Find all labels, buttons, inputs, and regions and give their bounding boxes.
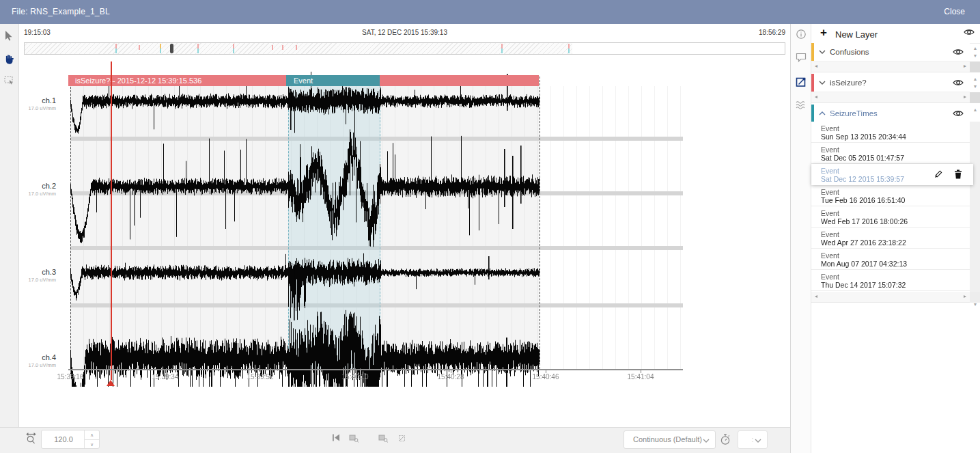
bottom-toolbar: 120.0 ∧ ∨ Continuous (Default) : xyxy=(0,427,790,453)
new-layer-label: New Layer xyxy=(835,29,878,40)
event-list-item[interactable]: EventSat Dec 12 2015 15:39:57 xyxy=(811,164,973,185)
event-list-item[interactable]: EventThu Dec 14 2017 15:07:32 xyxy=(811,270,970,291)
playhead-marker[interactable] xyxy=(107,380,115,386)
scroll-down-icon[interactable]: ▼ xyxy=(970,52,980,60)
scroll-up-icon[interactable]: ▲ xyxy=(970,106,980,114)
overview-bar[interactable] xyxy=(24,42,785,55)
overview-position-handle[interactable] xyxy=(170,44,173,53)
chevron-down-icon xyxy=(755,439,761,443)
scroll-right-icon[interactable]: ▸ xyxy=(964,94,966,100)
window-width-value[interactable]: 120.0 xyxy=(42,435,85,443)
overview-event-tick xyxy=(160,44,161,53)
skip-to-start-icon[interactable] xyxy=(332,434,340,441)
overview-event-tick xyxy=(282,44,283,55)
stopwatch-icon[interactable] xyxy=(720,433,731,445)
chevron-down-icon[interactable] xyxy=(819,50,826,54)
display-mode-value: Continuous (Default) xyxy=(633,435,702,443)
scroll-right-icon[interactable]: ▸ xyxy=(964,293,966,299)
overview-event-tick xyxy=(139,44,140,55)
overview-event-tick xyxy=(272,44,273,55)
scroll-right-icon[interactable]: ▸ xyxy=(964,63,966,69)
axis-tick-label: 15:39:52 xyxy=(247,373,274,381)
layer-hscrollbar[interactable]: ◂ ▸ xyxy=(811,92,970,103)
event-list-item[interactable]: EventSun Sep 13 2015 20:34:44 xyxy=(811,122,970,143)
event-list-item[interactable]: EventMon Aug 07 2017 04:32:13 xyxy=(811,249,970,270)
chevron-down-icon xyxy=(703,439,710,443)
layer-eye-icon[interactable] xyxy=(953,48,964,56)
close-button[interactable]: Close xyxy=(944,7,965,16)
scroll-left-icon[interactable]: ◂ xyxy=(815,94,817,100)
spinner-down-icon[interactable]: ∨ xyxy=(85,440,99,449)
comment-icon[interactable] xyxy=(796,53,807,64)
overview-event-tick xyxy=(501,44,503,53)
axis-tick-label: 15:41:04 xyxy=(628,373,654,381)
event-banner[interactable]: Event xyxy=(286,75,380,86)
delete-event-icon[interactable] xyxy=(954,169,964,179)
scroll-left-icon[interactable]: ◂ xyxy=(815,293,817,299)
axis-tick-label: 15:40:46 xyxy=(533,373,559,381)
layer-eye-icon[interactable] xyxy=(953,109,964,118)
right-tool-strip xyxy=(790,24,811,453)
edit-event-icon[interactable] xyxy=(934,169,943,179)
channel-label: ch.417.0 uV/mm xyxy=(0,353,56,368)
layer-row-seizuretimes[interactable]: SeizureTimes xyxy=(811,105,970,122)
jump-time-value: : xyxy=(751,435,753,443)
window-width-spinner: ∧ ∨ xyxy=(84,430,99,448)
pan-hand-tool-icon[interactable] xyxy=(4,53,15,64)
window-width-input[interactable]: 120.0 ∧ ∨ xyxy=(41,430,100,449)
file-title: File: RNS_Example_1_BL xyxy=(12,7,110,16)
plus-icon: + xyxy=(820,26,827,40)
layer-row-confusions[interactable]: Confusions xyxy=(811,43,970,61)
overview-event-tick xyxy=(568,44,570,53)
waves-icon[interactable] xyxy=(796,100,807,111)
clear-selection-icon[interactable] xyxy=(398,435,406,442)
channel-label: ch.117.0 uV/mm xyxy=(0,96,56,111)
event-list-item[interactable]: EventSat Dec 05 2015 01:47:57 xyxy=(811,143,970,164)
current-datetime: SAT, 12 DEC 2015 15:39:13 xyxy=(19,29,790,36)
horizontal-zoom-icon[interactable] xyxy=(25,433,37,444)
event-list-hscrollbar[interactable]: ◂ ▸ xyxy=(811,292,970,303)
time-axis xyxy=(68,369,683,370)
scrollbar-track[interactable] xyxy=(970,122,980,299)
panel-scroll-rail: ▲ ▼ ▲ ▼ ▲ ▼ xyxy=(970,43,980,330)
layer-name: isSeizure? xyxy=(830,79,867,87)
event-list-item[interactable]: EventTue Feb 16 2016 16:51:40 xyxy=(811,185,970,206)
overview-event-tick xyxy=(115,44,117,53)
axis-tick-label: 15:39:34 xyxy=(152,373,179,381)
playhead-line[interactable] xyxy=(111,61,112,380)
overview-event-tick xyxy=(197,44,199,53)
jump-time-select[interactable]: : xyxy=(738,430,768,449)
axis-tick-label: 15:39:16 xyxy=(57,373,84,381)
visibility-all-eye-icon[interactable] xyxy=(964,28,975,36)
chevron-up-icon[interactable] xyxy=(819,111,826,115)
fit-window-back-icon[interactable] xyxy=(349,435,359,443)
layer-row-isseizure[interactable]: isSeizure? xyxy=(811,74,970,92)
window-end-time: 18:56:29 xyxy=(697,29,785,36)
axis-tick-label: 15:40:28 xyxy=(438,373,464,381)
display-mode-select[interactable]: Continuous (Default) xyxy=(624,430,716,449)
layer-name: SeizureTimes xyxy=(830,109,878,118)
left-tool-strip xyxy=(0,24,19,453)
axis-tick-label: 15:40:10 xyxy=(342,373,369,381)
layer-hscrollbar[interactable]: ◂ ▸ xyxy=(811,61,970,72)
overview-event-tick xyxy=(296,44,297,55)
overview-hatch xyxy=(25,43,572,54)
fit-window-forward-icon[interactable] xyxy=(378,435,389,443)
scroll-left-icon[interactable]: ◂ xyxy=(815,63,817,69)
chevron-down-icon[interactable] xyxy=(819,81,826,85)
marquee-select-tool-icon[interactable] xyxy=(4,76,15,87)
topbar: File: RNS_Example_1_BL Close xyxy=(0,0,980,24)
channel-label: ch.217.0 uV/mm xyxy=(0,182,56,197)
event-list-item[interactable]: EventWed Feb 17 2016 18:00:26 xyxy=(811,206,970,228)
spinner-up-icon[interactable]: ∧ xyxy=(85,430,99,440)
new-layer-button[interactable]: + New Layer xyxy=(811,24,980,44)
layer-name: Confusions xyxy=(830,48,869,56)
layer-eye-icon[interactable] xyxy=(953,79,964,87)
event-list-item[interactable]: EventWed Apr 27 2016 23:18:22 xyxy=(811,228,970,249)
pointer-tool-icon[interactable] xyxy=(4,31,15,42)
annotations-icon[interactable] xyxy=(796,77,807,87)
scroll-down-icon[interactable]: ▼ xyxy=(970,83,980,91)
eeg-canvas[interactable] xyxy=(61,68,690,387)
info-icon[interactable] xyxy=(796,29,807,40)
channel-label: ch.317.0 uV/mm xyxy=(0,268,56,283)
